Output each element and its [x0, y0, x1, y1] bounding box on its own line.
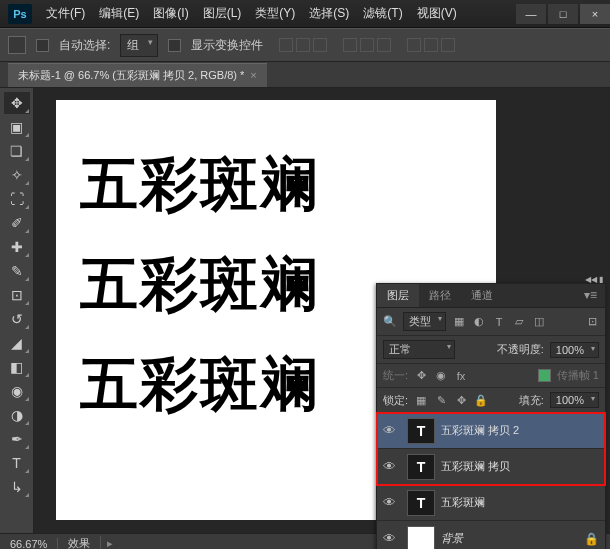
menu-type[interactable]: 类型(Y)	[249, 1, 301, 26]
menu-layer[interactable]: 图层(L)	[197, 1, 248, 26]
propagate-label: 传播帧 1	[557, 368, 599, 383]
layer-row[interactable]: 👁 背景 🔒	[377, 521, 605, 549]
lock-icon: 🔒	[584, 532, 599, 546]
canvas-text-1[interactable]: 五彩斑斓	[80, 146, 320, 224]
history-brush-tool[interactable]: ↺	[4, 308, 30, 330]
toolbar: ✥ ▣ ❏ ✧ ⛶ ✐ ✚ ✎ ⊡ ↺ ◢ ◧ ◉ ◑ ✒ T ↳	[0, 88, 34, 533]
titlebar: Ps 文件(F) 编辑(E) 图像(I) 图层(L) 类型(Y) 选择(S) 滤…	[0, 0, 610, 28]
marquee-tool[interactable]: ▣	[4, 116, 30, 138]
layers-panel: ◀◀ ▮ 图层 路径 通道 ▾≡ 🔍 类型 ▦ ◐ T ▱ ◫ ⊡ 正常 不透明…	[376, 283, 606, 549]
tab-layers[interactable]: 图层	[377, 284, 419, 307]
options-bar: 自动选择: 组 显示变换控件	[0, 28, 610, 62]
opacity-label: 不透明度:	[497, 342, 544, 357]
layers-list: 👁 T 五彩斑斓 拷贝 2 👁 T 五彩斑斓 拷贝 👁 T 五彩斑斓 👁 背景 …	[377, 413, 605, 549]
visibility-icon[interactable]: 👁	[377, 495, 401, 510]
unify-style-icon[interactable]: fx	[454, 370, 468, 382]
canvas-text-3[interactable]: 五彩斑斓	[80, 346, 320, 424]
lock-pos-icon[interactable]: ✥	[454, 394, 468, 407]
layer-name[interactable]: 五彩斑斓 拷贝	[441, 459, 510, 474]
eraser-tool[interactable]: ◢	[4, 332, 30, 354]
layer-row[interactable]: 👁 T 五彩斑斓 拷贝 2	[377, 413, 605, 449]
filter-kind-dropdown[interactable]: 类型	[403, 312, 446, 331]
auto-select-label: 自动选择:	[59, 37, 110, 54]
canvas-text-2[interactable]: 五彩斑斓	[80, 246, 320, 324]
window-maximize[interactable]: □	[548, 4, 578, 24]
tab-paths[interactable]: 路径	[419, 284, 461, 307]
window-close[interactable]: ×	[580, 4, 610, 24]
panel-collapse-icon[interactable]: ◀◀ ▮	[585, 275, 603, 284]
app-logo: Ps	[8, 4, 32, 24]
lock-pixel-icon[interactable]: ✎	[434, 394, 448, 407]
eyedropper-tool[interactable]: ✐	[4, 212, 30, 234]
filter-shape-icon[interactable]: ▱	[512, 315, 526, 328]
document-tab[interactable]: 未标题-1 @ 66.7% (五彩斑斓 拷贝 2, RGB/8) * ×	[8, 63, 267, 87]
layer-row[interactable]: 👁 T 五彩斑斓	[377, 485, 605, 521]
menubar: 文件(F) 编辑(E) 图像(I) 图层(L) 类型(Y) 选择(S) 滤镜(T…	[40, 1, 463, 26]
lock-all-icon[interactable]: 🔒	[474, 394, 488, 407]
gradient-tool[interactable]: ◧	[4, 356, 30, 378]
close-tab-icon[interactable]: ×	[250, 69, 256, 81]
layer-thumb-type: T	[407, 454, 435, 480]
lock-label: 锁定:	[383, 393, 408, 408]
crop-tool[interactable]: ⛶	[4, 188, 30, 210]
menu-view[interactable]: 视图(V)	[411, 1, 463, 26]
filter-type-icon[interactable]: T	[492, 316, 506, 328]
visibility-icon[interactable]: 👁	[377, 531, 401, 546]
wand-tool[interactable]: ✧	[4, 164, 30, 186]
brush-tool[interactable]: ✎	[4, 260, 30, 282]
filter-adjust-icon[interactable]: ◐	[472, 315, 486, 328]
tab-channels[interactable]: 通道	[461, 284, 503, 307]
show-transform-checkbox[interactable]	[168, 39, 181, 52]
window-minimize[interactable]: —	[516, 4, 546, 24]
type-tool[interactable]: T	[4, 452, 30, 474]
status-fx[interactable]: 效果	[58, 536, 101, 549]
unify-vis-icon[interactable]: ◉	[434, 369, 448, 382]
zoom-level[interactable]: 66.67%	[0, 538, 58, 550]
visibility-icon[interactable]: 👁	[377, 459, 401, 474]
filter-toggle-icon[interactable]: ⊡	[585, 315, 599, 328]
document-tab-bar: 未标题-1 @ 66.7% (五彩斑斓 拷贝 2, RGB/8) * ×	[0, 62, 610, 88]
filter-pixel-icon[interactable]: ▦	[452, 315, 466, 328]
auto-select-target-dropdown[interactable]: 组	[120, 34, 158, 57]
menu-filter[interactable]: 滤镜(T)	[357, 1, 408, 26]
visibility-icon[interactable]: 👁	[377, 423, 401, 438]
menu-select[interactable]: 选择(S)	[303, 1, 355, 26]
heal-tool[interactable]: ✚	[4, 236, 30, 258]
layer-name[interactable]: 五彩斑斓 拷贝 2	[441, 423, 519, 438]
unify-pos-icon[interactable]: ✥	[414, 369, 428, 382]
panel-menu-icon[interactable]: ▾≡	[576, 284, 605, 307]
move-tool-icon[interactable]	[8, 36, 26, 54]
layer-thumb-bg	[407, 526, 435, 550]
path-tool[interactable]: ↳	[4, 476, 30, 498]
dodge-tool[interactable]: ◑	[4, 404, 30, 426]
menu-file[interactable]: 文件(F)	[40, 1, 91, 26]
filter-icon[interactable]: 🔍	[383, 315, 397, 328]
auto-select-checkbox[interactable]	[36, 39, 49, 52]
unify-label: 统一:	[383, 368, 408, 383]
layer-name[interactable]: 背景	[441, 531, 463, 546]
show-transform-label: 显示变换控件	[191, 37, 263, 54]
fill-label: 填充:	[519, 393, 544, 408]
layer-thumb-type: T	[407, 490, 435, 516]
menu-image[interactable]: 图像(I)	[147, 1, 194, 26]
stamp-tool[interactable]: ⊡	[4, 284, 30, 306]
layer-row[interactable]: 👁 T 五彩斑斓 拷贝	[377, 449, 605, 485]
blend-mode-dropdown[interactable]: 正常	[383, 340, 455, 359]
propagate-checkbox[interactable]	[538, 369, 551, 382]
pen-tool[interactable]: ✒	[4, 428, 30, 450]
move-tool[interactable]: ✥	[4, 92, 30, 114]
layer-name[interactable]: 五彩斑斓	[441, 495, 485, 510]
lasso-tool[interactable]: ❏	[4, 140, 30, 162]
opacity-value-dropdown[interactable]: 100%	[550, 342, 599, 358]
fill-value-dropdown[interactable]: 100%	[550, 392, 599, 408]
lock-trans-icon[interactable]: ▦	[414, 394, 428, 407]
document-tab-title: 未标题-1 @ 66.7% (五彩斑斓 拷贝 2, RGB/8) *	[18, 68, 244, 83]
blur-tool[interactable]: ◉	[4, 380, 30, 402]
layer-thumb-type: T	[407, 418, 435, 444]
filter-smart-icon[interactable]: ◫	[532, 315, 546, 328]
menu-edit[interactable]: 编辑(E)	[93, 1, 145, 26]
